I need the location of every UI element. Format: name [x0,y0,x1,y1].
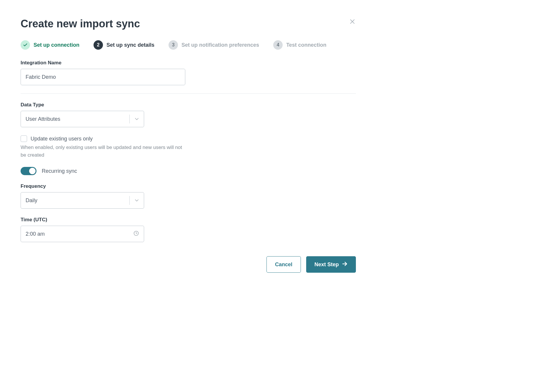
arrow-right-icon [342,261,348,268]
time-label: Time (UTC) [21,217,356,223]
step-label: Set up connection [34,42,79,48]
recurring-sync-toggle[interactable] [21,167,36,175]
cancel-button-label: Cancel [275,262,292,268]
step-sync-details[interactable]: 2 Set up sync details [94,40,154,50]
cancel-button[interactable]: Cancel [266,256,301,273]
select-value: Daily [21,192,129,208]
step-test-connection[interactable]: 4 Test connection [273,40,326,50]
step-notification-preferences[interactable]: 3 Set up notification preferences [169,40,259,50]
divider [21,93,356,94]
time-input[interactable]: 2:00 am [21,226,144,242]
frequency-label: Frequency [21,183,356,189]
check-icon [21,40,30,50]
next-step-button[interactable]: Next Step [306,256,356,273]
step-connection[interactable]: Set up connection [21,40,79,50]
update-existing-label: Update existing users only [31,136,93,142]
close-icon[interactable] [349,18,356,26]
step-number-badge: 2 [94,40,103,50]
clock-icon [133,230,139,237]
step-indicator: Set up connection 2 Set up sync details … [21,40,356,50]
integration-name-input[interactable] [21,69,185,85]
integration-name-label: Integration Name [21,60,356,66]
select-value: User Attributes [21,111,129,127]
data-type-label: Data Type [21,102,356,108]
frequency-select[interactable]: Daily [21,192,144,209]
update-existing-helper-text: When enabled, only existing users will b… [21,144,185,159]
time-value: 2:00 am [26,231,133,237]
chevron-down-icon [130,192,144,208]
next-step-button-label: Next Step [314,262,339,268]
update-existing-checkbox[interactable] [21,135,27,142]
chevron-down-icon [130,111,144,127]
step-label: Set up notification preferences [181,42,259,48]
data-type-select[interactable]: User Attributes [21,111,144,127]
page-title: Create new import sync [21,18,140,30]
step-number-badge: 4 [273,40,283,50]
recurring-sync-label: Recurring sync [42,168,77,174]
step-label: Test connection [286,42,326,48]
step-label: Set up sync details [106,42,154,48]
step-number-badge: 3 [169,40,178,50]
